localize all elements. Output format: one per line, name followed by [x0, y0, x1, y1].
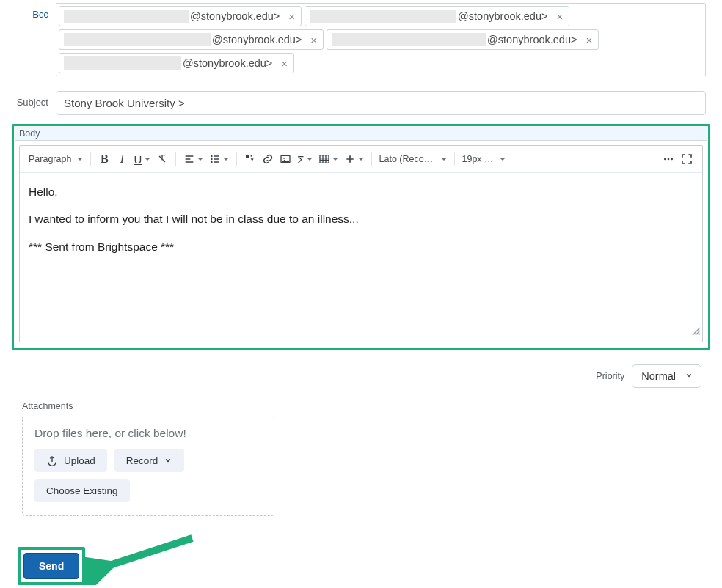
font-family-label: Lato (Recom… — [379, 154, 435, 164]
chevron-down-icon — [307, 158, 313, 161]
paragraph-format-select[interactable]: Paragraph — [26, 150, 86, 169]
attachments-dropzone[interactable]: Drop files here, or click below! Upload … — [22, 416, 274, 516]
resize-handle-icon[interactable] — [690, 323, 701, 340]
insert-image-button[interactable] — [277, 150, 294, 169]
redacted-name — [64, 10, 189, 23]
chevron-down-icon — [685, 370, 693, 382]
chevron-down-icon — [77, 158, 83, 161]
body-paragraph: I wanted to inform you that I will not b… — [29, 210, 693, 227]
svg-point-10 — [671, 158, 673, 161]
chevron-down-icon — [358, 158, 364, 161]
chevron-down-icon — [223, 158, 229, 161]
font-size-select[interactable]: 19px … — [459, 150, 505, 169]
more-actions-button[interactable] — [660, 150, 677, 169]
chevron-down-icon — [500, 158, 506, 161]
bcc-chip[interactable]: @stonybrook.edu> × — [59, 6, 302, 26]
send-button[interactable]: Send — [23, 553, 79, 579]
priority-select[interactable]: Normal — [632, 364, 701, 388]
annotation-arrow-icon — [82, 534, 200, 585]
chevron-down-icon — [164, 456, 172, 465]
font-size-label: 19px … — [462, 154, 494, 164]
dropzone-text: Drop files here, or click below! — [34, 427, 262, 440]
paragraph-format-label: Paragraph — [29, 154, 71, 164]
remove-chip-icon[interactable]: × — [555, 11, 564, 22]
svg-line-11 — [98, 538, 192, 569]
record-button[interactable]: Record — [114, 449, 185, 472]
choose-existing-label: Choose Existing — [46, 485, 118, 496]
bcc-label[interactable]: Bcc — [0, 3, 56, 20]
choose-existing-button[interactable]: Choose Existing — [34, 479, 130, 502]
svg-point-9 — [668, 158, 670, 161]
body-label: Body — [15, 127, 707, 141]
upload-label: Upload — [64, 455, 95, 466]
chevron-down-icon — [145, 158, 150, 161]
redacted-name — [64, 56, 181, 70]
remove-chip-icon[interactable]: × — [280, 58, 289, 69]
body-paragraph: *** Sent from Brightspace *** — [29, 238, 693, 255]
svg-point-1 — [211, 158, 212, 159]
upload-icon — [46, 455, 58, 466]
chevron-down-icon — [441, 158, 447, 161]
body-highlight-frame: Body Paragraph B I U — [12, 124, 710, 350]
svg-point-2 — [211, 161, 212, 162]
bold-button[interactable]: B — [95, 150, 113, 169]
svg-rect-4 — [251, 155, 252, 157]
email-suffix: @stonybrook.edu> — [458, 10, 547, 22]
align-button[interactable] — [180, 150, 206, 169]
bcc-chip[interactable]: @stonybrook.edu> × — [305, 6, 569, 26]
underline-button[interactable]: U — [131, 150, 153, 169]
priority-label: Priority — [596, 371, 624, 381]
list-button[interactable] — [206, 150, 232, 169]
chevron-down-icon — [332, 158, 338, 161]
remove-chip-icon[interactable]: × — [584, 34, 594, 45]
bcc-chip[interactable]: @stonybrook.edu> × — [327, 29, 599, 50]
subject-input[interactable] — [56, 91, 706, 115]
insert-link-button[interactable] — [259, 150, 277, 169]
email-suffix: @stonybrook.edu> — [190, 10, 280, 22]
redacted-name — [310, 10, 456, 23]
plus-button[interactable] — [341, 150, 367, 169]
fullscreen-button[interactable] — [677, 150, 696, 169]
bcc-field[interactable]: @stonybrook.edu> × @stonybrook.edu> × @s… — [56, 3, 706, 76]
email-suffix: @stonybrook.edu> — [183, 57, 272, 69]
subject-label: Subject — [0, 91, 56, 108]
italic-button[interactable]: I — [113, 150, 131, 169]
svg-rect-3 — [246, 155, 249, 158]
email-suffix: @stonybrook.edu> — [212, 34, 302, 45]
priority-value: Normal — [641, 370, 676, 382]
rich-text-editor: Paragraph B I U — [19, 145, 703, 342]
table-button[interactable] — [316, 150, 341, 169]
svg-point-0 — [211, 155, 212, 156]
font-family-select[interactable]: Lato (Recom… — [376, 150, 450, 169]
bcc-chip[interactable]: @stonybrook.edu> × — [59, 29, 324, 50]
email-suffix: @stonybrook.edu> — [487, 34, 577, 45]
svg-rect-7 — [320, 155, 329, 163]
insert-stuff-button[interactable] — [241, 150, 259, 169]
svg-point-6 — [283, 158, 285, 159]
svg-point-8 — [664, 158, 666, 161]
bcc-chip[interactable]: @stonybrook.edu> × — [59, 53, 294, 73]
send-highlight-frame: Send — [18, 547, 85, 585]
upload-button[interactable]: Upload — [34, 449, 107, 472]
remove-chip-icon[interactable]: × — [287, 11, 296, 22]
body-paragraph: Hello, — [29, 183, 693, 200]
record-label: Record — [126, 455, 158, 466]
editor-textarea[interactable]: Hello, I wanted to inform you that I wil… — [20, 173, 702, 342]
editor-toolbar: Paragraph B I U — [20, 146, 702, 173]
redacted-name — [332, 33, 486, 46]
redacted-name — [64, 33, 211, 46]
attachments-label: Attachments — [22, 401, 722, 411]
remove-chip-icon[interactable]: × — [309, 34, 318, 45]
clear-format-button[interactable] — [153, 150, 171, 169]
equation-button[interactable]: Σ — [294, 150, 315, 169]
chevron-down-icon — [197, 158, 203, 161]
